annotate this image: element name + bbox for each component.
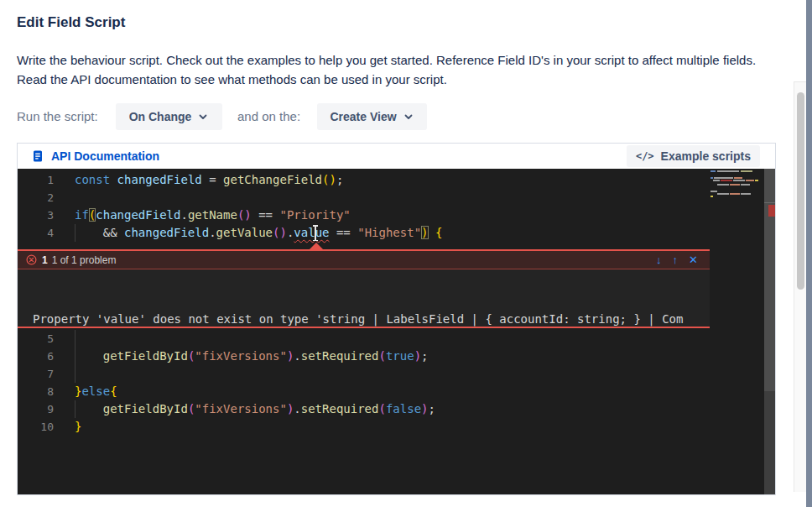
code-line[interactable]: 2 <box>18 189 775 206</box>
code-block-bottom: 56 getFieldById("fixVersions").setRequir… <box>18 330 775 436</box>
api-documentation-link[interactable]: API Documentation <box>31 149 159 163</box>
page-title: Edit Field Script <box>17 14 125 31</box>
close-icon[interactable]: ✕ <box>689 254 698 265</box>
line-number: 4 <box>18 224 54 242</box>
minimap-line <box>734 177 742 179</box>
page-description: Write the behaviour script. Check out th… <box>17 50 785 89</box>
minimap-line <box>733 180 745 181</box>
problem-navigator-label: 1 of 1 problem <box>52 254 117 266</box>
problem-message-body: Property 'value' does not exist on type … <box>18 269 710 327</box>
minimap-line <box>710 191 717 192</box>
minimap-line <box>717 184 729 186</box>
code-line[interactable]: 10} <box>18 418 775 436</box>
minimap-line <box>730 184 740 186</box>
code-line[interactable]: 3if(changedField.getName() == "Priority" <box>18 206 775 224</box>
minimap-line <box>710 196 713 197</box>
line-number: 10 <box>18 418 54 436</box>
minimap-line <box>721 180 732 181</box>
problem-widget: 1 1 of 1 problem ↓ ↑ ✕ Property 'value' … <box>18 242 710 330</box>
minimap-line <box>746 180 754 181</box>
minimap-line <box>741 193 751 195</box>
minimap-line <box>710 177 713 179</box>
code-icon: </> <box>636 150 654 162</box>
code-line[interactable]: 1const changedField = getChangeField(); <box>18 171 775 189</box>
code-editor[interactable]: 1const changedField = getChangeField();2… <box>18 169 775 494</box>
problem-count: 1 <box>42 254 48 266</box>
example-scripts-button[interactable]: </> Example scripts <box>627 145 760 167</box>
next-problem-icon[interactable]: ↓ <box>656 254 662 265</box>
text-cursor <box>315 225 316 241</box>
line-number: 9 <box>18 400 54 418</box>
error-overview-marker <box>768 205 775 217</box>
code-line[interactable]: 5 <box>18 330 775 348</box>
minimap-line <box>730 193 740 195</box>
window-edge-strip <box>806 0 812 507</box>
minimap[interactable] <box>710 170 764 203</box>
line-number: 3 <box>18 206 54 224</box>
run-script-label: Run the script: <box>17 109 98 123</box>
problem-widget-header: 1 1 of 1 problem ↓ ↑ ✕ <box>18 251 710 269</box>
code-line[interactable]: 6 getFieldById("fixVersions").setRequire… <box>18 348 775 365</box>
error-icon <box>26 254 37 265</box>
document-icon <box>31 149 44 163</box>
line-number: 1 <box>18 171 54 189</box>
example-scripts-label: Example scripts <box>661 149 751 163</box>
code-line[interactable]: 8}else{ <box>18 383 775 400</box>
minimap-line <box>741 170 752 172</box>
line-number: 7 <box>18 365 54 383</box>
line-number: 5 <box>18 330 54 348</box>
minimap-line <box>713 180 720 181</box>
minimap-line <box>717 193 729 195</box>
line-number: 2 <box>18 189 54 206</box>
and-on-the-label: and on the: <box>237 109 300 123</box>
minimap-line <box>755 180 758 181</box>
script-editor-container: API Documentation </> Example scripts 1c… <box>17 143 776 495</box>
view-dropdown-value: Create View <box>330 110 396 123</box>
code-line[interactable]: 7 <box>18 365 775 383</box>
editor-header: API Documentation </> Example scripts <box>18 144 775 169</box>
minimap-line <box>741 184 750 186</box>
trigger-dropdown[interactable]: On Change <box>116 103 222 130</box>
problem-message-line-1: Property 'value' does not exist on type … <box>18 311 710 327</box>
view-dropdown[interactable]: Create View <box>317 103 427 130</box>
page-scrollbar-thumb[interactable] <box>797 92 804 290</box>
code-line[interactable]: 4 && changedField.getValue().value == "H… <box>18 224 775 242</box>
api-documentation-label: API Documentation <box>51 149 159 163</box>
minimap-line <box>717 170 739 172</box>
minimap-line <box>714 177 733 179</box>
minimap-slider-edge <box>764 202 775 203</box>
trigger-dropdown-value: On Change <box>129 110 192 123</box>
line-number: 6 <box>18 348 54 365</box>
chevron-down-icon <box>197 111 209 123</box>
minimap-line <box>710 170 716 172</box>
previous-problem-icon[interactable]: ↑ <box>673 254 679 265</box>
code-line[interactable]: 9 getFieldById("fixVersions").setRequire… <box>18 400 775 418</box>
code-block-top: 1const changedField = getChangeField();2… <box>18 171 775 242</box>
editor-scrollbar[interactable] <box>764 169 775 494</box>
line-number: 8 <box>18 383 54 400</box>
chevron-down-icon <box>403 111 414 123</box>
